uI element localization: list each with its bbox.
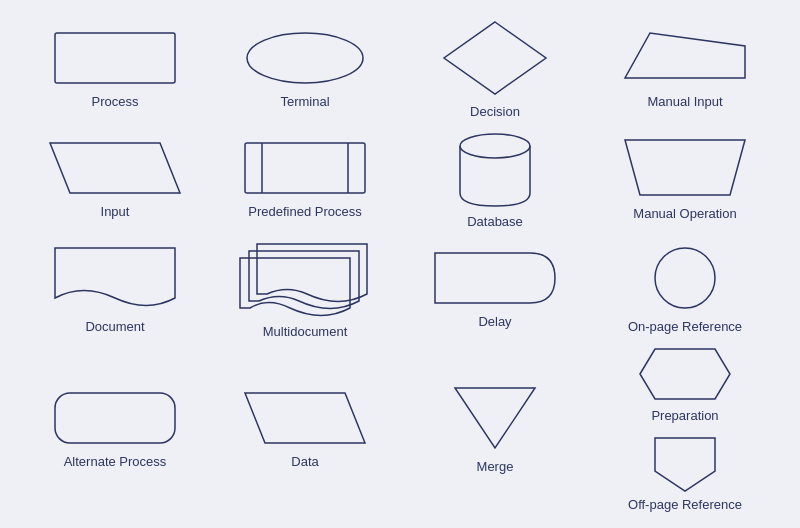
- merge-label: Merge: [477, 459, 514, 476]
- cell-delay: Delay: [400, 234, 590, 344]
- on-page-reference-label: On-page Reference: [628, 319, 742, 336]
- manual-operation-shape: [620, 135, 750, 200]
- delay-shape: [430, 248, 560, 308]
- svg-rect-0: [55, 33, 175, 83]
- preparation-shape: [620, 344, 750, 404]
- input-shape: [50, 138, 180, 198]
- svg-marker-14: [640, 349, 730, 399]
- svg-marker-4: [50, 143, 180, 193]
- database-label: Database: [467, 214, 523, 231]
- svg-point-10: [655, 248, 715, 308]
- cell-predefined-process: Predefined Process: [210, 124, 400, 234]
- cell-on-page-reference: On-page Reference: [590, 234, 780, 344]
- document-label: Document: [85, 319, 144, 336]
- cell-manual-input: Manual Input: [590, 14, 780, 124]
- svg-point-8: [460, 134, 530, 158]
- data-label: Data: [291, 454, 318, 471]
- data-shape: [245, 388, 365, 448]
- decision-shape: [440, 18, 550, 98]
- svg-marker-12: [245, 393, 365, 443]
- cell-process: Process: [20, 14, 210, 124]
- manual-operation-label: Manual Operation: [633, 206, 736, 223]
- delay-label: Delay: [478, 314, 511, 331]
- manual-input-shape: [620, 28, 750, 88]
- svg-marker-15: [655, 438, 715, 491]
- cell-manual-operation: Manual Operation: [590, 124, 780, 234]
- process-shape: [50, 28, 180, 88]
- cell-decision: Decision: [400, 14, 590, 124]
- document-shape: [50, 243, 180, 313]
- preparation-label: Preparation: [651, 408, 718, 425]
- predefined-process-shape: [240, 138, 370, 198]
- terminal-label: Terminal: [280, 94, 329, 111]
- process-label: Process: [92, 94, 139, 111]
- off-page-reference-label: Off-page Reference: [628, 497, 742, 514]
- off-page-reference-shape: [650, 433, 720, 493]
- merge-shape: [450, 383, 540, 453]
- database-shape: [450, 128, 540, 208]
- on-page-reference-shape: [650, 243, 720, 313]
- cell-merge: Merge: [400, 344, 590, 514]
- svg-marker-13: [455, 388, 535, 448]
- cell-input: Input: [20, 124, 210, 234]
- alternate-process-shape: [50, 388, 180, 448]
- alternate-process-label: Alternate Process: [64, 454, 167, 471]
- cell-document: Document: [20, 234, 210, 344]
- cell-terminal: Terminal: [210, 14, 400, 124]
- svg-marker-2: [444, 22, 546, 94]
- terminal-shape: [240, 28, 370, 88]
- cell-preparation-offpage: Preparation Off-page Reference: [590, 344, 780, 514]
- input-label: Input: [101, 204, 130, 221]
- svg-rect-11: [55, 393, 175, 443]
- svg-marker-3: [625, 33, 745, 78]
- cell-database: Database: [400, 124, 590, 234]
- cell-alternate-process: Alternate Process: [20, 344, 210, 514]
- svg-marker-9: [625, 140, 745, 195]
- predefined-process-label: Predefined Process: [248, 204, 361, 221]
- decision-label: Decision: [470, 104, 520, 121]
- cell-multidocument: Multidocument: [210, 234, 400, 344]
- multidocument-shape: [235, 238, 375, 318]
- flowchart-grid: Process Terminal Decision Manual Input I…: [20, 14, 780, 514]
- svg-point-1: [247, 33, 363, 83]
- svg-rect-5: [245, 143, 365, 193]
- manual-input-label: Manual Input: [647, 94, 722, 111]
- multidocument-label: Multidocument: [263, 324, 348, 341]
- cell-data: Data: [210, 344, 400, 514]
